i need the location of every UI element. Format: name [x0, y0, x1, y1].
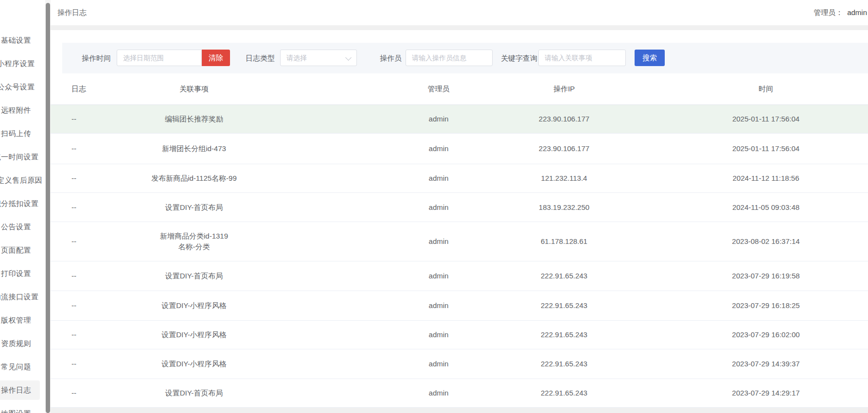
log-type-select-value: 请选择: [286, 54, 307, 62]
admin-info: 管理员：admin: [814, 0, 867, 25]
log-table: 日志 关联事项 管理员 操作IP 时间 --编辑团长推荐奖励admin223.9…: [51, 73, 868, 408]
cell-item: 设置DIY-小程序风格: [161, 329, 227, 340]
sidebar-item-label: 公众号设置: [0, 83, 35, 92]
sidebar-item-4[interactable]: 扫码上传: [0, 124, 45, 143]
sidebar-item-13[interactable]: 资质规则: [0, 334, 45, 353]
cell-log: --: [71, 173, 76, 184]
sidebar-item-15[interactable]: 操作日志: [0, 380, 45, 400]
col-header-item: 关联事项: [179, 84, 209, 94]
cell-ip: 223.90.106.177: [539, 114, 589, 124]
sidebar-item-label: 操作日志: [1, 386, 31, 395]
cell-time: 2023-07-29 14:29:17: [732, 388, 799, 398]
sidebar-item-label: 物流接口设置: [0, 293, 39, 302]
sidebar: 基础设置小程序设置公众号设置远程附件扫码上传统一时间设置自定义售后原因积分抵扣设…: [0, 0, 45, 413]
cell-admin: admin: [429, 143, 449, 154]
sidebar-item-label: 地图设置: [1, 409, 31, 413]
cell-ip: 223.90.106.177: [539, 143, 589, 154]
admin-label: 管理员：: [814, 8, 843, 17]
cell-log: --: [71, 202, 76, 213]
sidebar-item-8[interactable]: 公告设置: [0, 217, 45, 237]
table-row: --新增团长分组id-473admin223.90.106.1772025-01…: [51, 134, 868, 164]
sidebar-item-3[interactable]: 远程附件: [0, 101, 45, 120]
log-type-select[interactable]: 请选择: [280, 50, 357, 66]
sidebar-item-14[interactable]: 常见问题: [0, 357, 45, 377]
cell-admin: admin: [429, 202, 449, 213]
sidebar-scrollbar-track: [45, 0, 51, 413]
cell-time: 2024-11-05 09:03:48: [732, 202, 799, 213]
col-header-log: 日志: [71, 84, 86, 94]
sidebar-item-6[interactable]: 自定义售后原因: [0, 171, 45, 190]
operator-label: 操作员: [380, 43, 402, 73]
sidebar-item-2[interactable]: 公众号设置: [0, 77, 45, 97]
cell-log: --: [71, 329, 76, 340]
date-range-input[interactable]: [117, 50, 202, 66]
sidebar-item-label: 小程序设置: [0, 59, 35, 69]
cell-log: --: [71, 114, 76, 124]
cell-log: --: [71, 271, 76, 281]
operator-input[interactable]: [406, 50, 493, 66]
cell-ip: 222.91.65.243: [541, 359, 587, 369]
table-header-row: 日志 关联事项 管理员 操作IP 时间: [51, 73, 868, 105]
table-row: --设置DIY-首页布局admin222.91.65.2432023-07-29…: [51, 261, 868, 291]
sidebar-item-0[interactable]: 基础设置: [0, 31, 45, 50]
sidebar-item-label: 资质规则: [1, 339, 31, 348]
table-row: --设置DIY-小程序风格admin222.91.65.2432023-07-2…: [51, 291, 868, 321]
log-type-label: 日志类型: [246, 43, 275, 73]
cell-item: 设置DIY-首页布局: [165, 271, 223, 281]
divider-strip: [51, 25, 868, 30]
cell-log: --: [71, 143, 76, 154]
col-header-admin: 管理员: [428, 84, 450, 94]
time-filter-label: 操作时间: [82, 43, 111, 73]
sidebar-item-label: 常见问题: [1, 362, 31, 372]
sidebar-scrollbar-thumb[interactable]: [46, 3, 50, 413]
sidebar-item-7[interactable]: 积分抵扣设置: [0, 194, 45, 213]
keyword-input[interactable]: [538, 50, 626, 66]
sidebar-item-11[interactable]: 物流接口设置: [0, 287, 45, 307]
admin-username: admin: [847, 8, 867, 17]
sidebar-item-12[interactable]: 版权管理: [0, 310, 45, 330]
content-card: 操作时间 清除 日志类型 请选择 操作员 关键字查询 搜索 日志 关联事项 管理…: [51, 30, 868, 403]
cell-admin: admin: [429, 300, 449, 311]
cell-item: 新增商品分类id-1319 名称-分类: [160, 231, 228, 252]
search-button[interactable]: 搜索: [635, 50, 665, 66]
cell-admin: admin: [429, 329, 449, 340]
cell-time: 2023-08-02 16:37:14: [732, 236, 799, 247]
cell-time: 2023-07-29 16:19:58: [732, 271, 799, 281]
table-row: --发布新商品id-1125名称-99admin121.232.113.4202…: [51, 164, 868, 193]
clear-button[interactable]: 清除: [202, 50, 230, 66]
sidebar-item-label: 扫码上传: [1, 129, 31, 138]
cell-item: 发布新商品id-1125名称-99: [151, 173, 237, 184]
cell-item: 新增团长分组id-473: [162, 143, 226, 154]
sidebar-item-label: 统一时间设置: [0, 153, 39, 162]
cell-time: 2024-11-12 11:18:56: [732, 173, 799, 184]
cell-admin: admin: [429, 359, 449, 369]
sidebar-item-label: 基础设置: [1, 36, 31, 45]
cell-time: 2025-01-11 17:56:04: [732, 114, 799, 124]
sidebar-item-16[interactable]: 地图设置: [0, 404, 45, 413]
table-row: --设置DIY-首页布局admin222.91.65.2432023-07-29…: [51, 379, 868, 408]
cell-item: 设置DIY-小程序风格: [161, 359, 227, 369]
cell-item: 编辑团长推荐奖励: [165, 114, 223, 124]
cell-ip: 61.178.128.61: [541, 236, 587, 247]
cell-admin: admin: [429, 114, 449, 124]
sidebar-item-label: 积分抵扣设置: [0, 199, 39, 208]
cell-time: 2025-01-11 17:56:04: [732, 143, 799, 154]
filter-bar: 操作时间 清除 日志类型 请选择 操作员 关键字查询 搜索: [62, 43, 868, 73]
cell-item: 设置DIY-首页布局: [165, 388, 223, 398]
table-row: --设置DIY-小程序风格admin222.91.65.2432023-07-2…: [51, 321, 868, 349]
table-row: --新增商品分类id-1319 名称-分类admin61.178.128.612…: [51, 222, 868, 261]
sidebar-item-10[interactable]: 打印设置: [0, 264, 45, 283]
table-row: --设置DIY-小程序风格admin222.91.65.2432023-07-2…: [51, 349, 868, 379]
cell-time: 2023-07-29 14:39:37: [732, 359, 799, 369]
cell-admin: admin: [429, 271, 449, 281]
cell-item: 设置DIY-首页布局: [165, 202, 223, 213]
col-header-ip: 操作IP: [553, 84, 575, 94]
sidebar-item-label: 自定义售后原因: [0, 176, 42, 185]
sidebar-item-9[interactable]: 页面配置: [0, 241, 45, 260]
cell-log: --: [71, 300, 76, 311]
chevron-down-icon: [345, 54, 352, 61]
cell-log: --: [71, 388, 76, 398]
sidebar-item-5[interactable]: 统一时间设置: [0, 147, 45, 167]
cell-log: --: [71, 359, 76, 369]
sidebar-item-1[interactable]: 小程序设置: [0, 54, 45, 73]
